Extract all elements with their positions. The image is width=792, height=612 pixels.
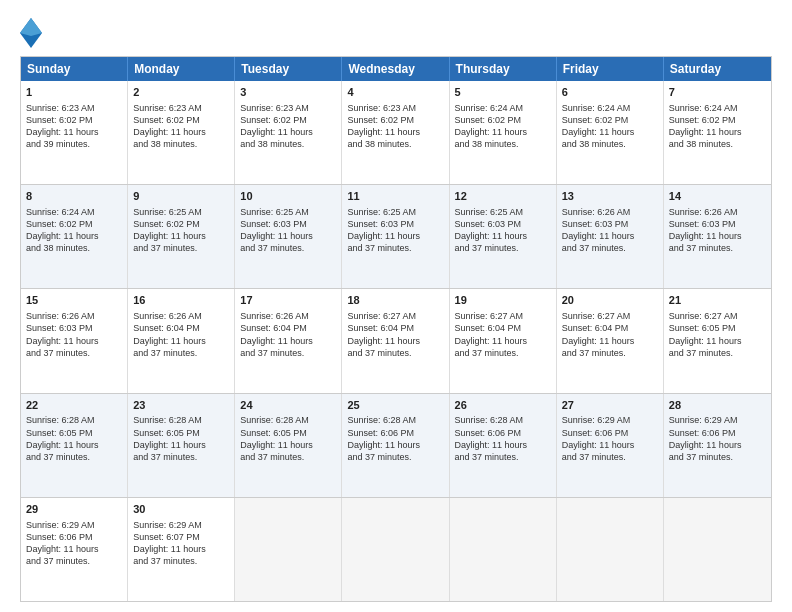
- day-cell-19: 19Sunrise: 6:27 AMSunset: 6:04 PMDayligh…: [450, 289, 557, 392]
- day-number: 8: [26, 189, 122, 204]
- day-cell-30: 30Sunrise: 6:29 AMSunset: 6:07 PMDayligh…: [128, 498, 235, 601]
- cell-line: Sunrise: 6:27 AM: [455, 310, 551, 322]
- calendar-row-1: 1Sunrise: 6:23 AMSunset: 6:02 PMDaylight…: [21, 81, 771, 185]
- cell-line: Daylight: 11 hours: [133, 335, 229, 347]
- cell-line: Daylight: 11 hours: [562, 439, 658, 451]
- calendar-row-5: 29Sunrise: 6:29 AMSunset: 6:06 PMDayligh…: [21, 498, 771, 601]
- day-number: 15: [26, 293, 122, 308]
- cell-line: Sunset: 6:07 PM: [133, 531, 229, 543]
- cell-line: Daylight: 11 hours: [669, 126, 766, 138]
- cell-line: Sunrise: 6:27 AM: [347, 310, 443, 322]
- header-day-saturday: Saturday: [664, 57, 771, 81]
- day-number: 18: [347, 293, 443, 308]
- cell-line: and 37 minutes.: [455, 451, 551, 463]
- cell-line: and 37 minutes.: [26, 347, 122, 359]
- cell-line: Sunset: 6:03 PM: [669, 218, 766, 230]
- cell-line: Daylight: 11 hours: [347, 439, 443, 451]
- cell-line: Sunrise: 6:28 AM: [455, 414, 551, 426]
- cell-line: and 38 minutes.: [562, 138, 658, 150]
- empty-cell: [557, 498, 664, 601]
- cell-line: Sunrise: 6:29 AM: [669, 414, 766, 426]
- calendar-row-2: 8Sunrise: 6:24 AMSunset: 6:02 PMDaylight…: [21, 185, 771, 289]
- day-cell-15: 15Sunrise: 6:26 AMSunset: 6:03 PMDayligh…: [21, 289, 128, 392]
- cell-line: Daylight: 11 hours: [455, 230, 551, 242]
- day-number: 14: [669, 189, 766, 204]
- cell-line: Sunrise: 6:29 AM: [562, 414, 658, 426]
- calendar: SundayMondayTuesdayWednesdayThursdayFrid…: [20, 56, 772, 602]
- cell-line: and 37 minutes.: [133, 347, 229, 359]
- day-cell-1: 1Sunrise: 6:23 AMSunset: 6:02 PMDaylight…: [21, 81, 128, 184]
- cell-line: Daylight: 11 hours: [133, 439, 229, 451]
- day-cell-27: 27Sunrise: 6:29 AMSunset: 6:06 PMDayligh…: [557, 394, 664, 497]
- empty-cell: [342, 498, 449, 601]
- cell-line: Sunrise: 6:27 AM: [669, 310, 766, 322]
- cell-line: and 37 minutes.: [562, 242, 658, 254]
- day-cell-12: 12Sunrise: 6:25 AMSunset: 6:03 PMDayligh…: [450, 185, 557, 288]
- cell-line: Sunrise: 6:25 AM: [347, 206, 443, 218]
- cell-line: and 38 minutes.: [26, 242, 122, 254]
- cell-line: Sunset: 6:04 PM: [455, 322, 551, 334]
- cell-line: Sunset: 6:05 PM: [240, 427, 336, 439]
- cell-line: Daylight: 11 hours: [347, 335, 443, 347]
- cell-line: Sunrise: 6:28 AM: [26, 414, 122, 426]
- cell-line: and 37 minutes.: [133, 242, 229, 254]
- day-number: 21: [669, 293, 766, 308]
- cell-line: Sunrise: 6:26 AM: [669, 206, 766, 218]
- cell-line: and 37 minutes.: [133, 451, 229, 463]
- cell-line: Sunrise: 6:26 AM: [240, 310, 336, 322]
- cell-line: and 37 minutes.: [669, 347, 766, 359]
- cell-line: Sunrise: 6:24 AM: [455, 102, 551, 114]
- cell-line: Daylight: 11 hours: [240, 335, 336, 347]
- day-cell-28: 28Sunrise: 6:29 AMSunset: 6:06 PMDayligh…: [664, 394, 771, 497]
- header-day-thursday: Thursday: [450, 57, 557, 81]
- cell-line: Sunset: 6:03 PM: [455, 218, 551, 230]
- header-day-wednesday: Wednesday: [342, 57, 449, 81]
- cell-line: and 37 minutes.: [669, 242, 766, 254]
- day-cell-14: 14Sunrise: 6:26 AMSunset: 6:03 PMDayligh…: [664, 185, 771, 288]
- cell-line: Sunset: 6:03 PM: [26, 322, 122, 334]
- cell-line: and 37 minutes.: [26, 555, 122, 567]
- day-number: 25: [347, 398, 443, 413]
- header-day-monday: Monday: [128, 57, 235, 81]
- cell-line: Sunset: 6:03 PM: [562, 218, 658, 230]
- day-cell-21: 21Sunrise: 6:27 AMSunset: 6:05 PMDayligh…: [664, 289, 771, 392]
- cell-line: Sunset: 6:05 PM: [26, 427, 122, 439]
- cell-line: Sunset: 6:06 PM: [347, 427, 443, 439]
- day-cell-17: 17Sunrise: 6:26 AMSunset: 6:04 PMDayligh…: [235, 289, 342, 392]
- cell-line: Daylight: 11 hours: [133, 126, 229, 138]
- cell-line: and 37 minutes.: [669, 451, 766, 463]
- day-cell-6: 6Sunrise: 6:24 AMSunset: 6:02 PMDaylight…: [557, 81, 664, 184]
- day-cell-10: 10Sunrise: 6:25 AMSunset: 6:03 PMDayligh…: [235, 185, 342, 288]
- cell-line: Daylight: 11 hours: [26, 439, 122, 451]
- cell-line: Daylight: 11 hours: [26, 543, 122, 555]
- cell-line: Sunset: 6:02 PM: [26, 218, 122, 230]
- empty-cell: [664, 498, 771, 601]
- cell-line: and 38 minutes.: [133, 138, 229, 150]
- day-number: 27: [562, 398, 658, 413]
- cell-line: and 37 minutes.: [347, 347, 443, 359]
- cell-line: Sunset: 6:02 PM: [240, 114, 336, 126]
- cell-line: Sunrise: 6:25 AM: [133, 206, 229, 218]
- day-cell-2: 2Sunrise: 6:23 AMSunset: 6:02 PMDaylight…: [128, 81, 235, 184]
- page: SundayMondayTuesdayWednesdayThursdayFrid…: [0, 0, 792, 612]
- cell-line: Sunrise: 6:23 AM: [347, 102, 443, 114]
- day-number: 4: [347, 85, 443, 100]
- day-number: 1: [26, 85, 122, 100]
- empty-cell: [450, 498, 557, 601]
- cell-line: Daylight: 11 hours: [240, 439, 336, 451]
- cell-line: Sunset: 6:04 PM: [347, 322, 443, 334]
- cell-line: Sunrise: 6:24 AM: [669, 102, 766, 114]
- cell-line: and 37 minutes.: [133, 555, 229, 567]
- day-number: 23: [133, 398, 229, 413]
- cell-line: and 38 minutes.: [240, 138, 336, 150]
- day-cell-24: 24Sunrise: 6:28 AMSunset: 6:05 PMDayligh…: [235, 394, 342, 497]
- day-cell-8: 8Sunrise: 6:24 AMSunset: 6:02 PMDaylight…: [21, 185, 128, 288]
- cell-line: Daylight: 11 hours: [669, 439, 766, 451]
- cell-line: Sunrise: 6:23 AM: [240, 102, 336, 114]
- cell-line: Daylight: 11 hours: [562, 335, 658, 347]
- cell-line: and 37 minutes.: [347, 451, 443, 463]
- cell-line: Sunset: 6:02 PM: [133, 218, 229, 230]
- day-cell-23: 23Sunrise: 6:28 AMSunset: 6:05 PMDayligh…: [128, 394, 235, 497]
- cell-line: Sunrise: 6:23 AM: [133, 102, 229, 114]
- day-number: 16: [133, 293, 229, 308]
